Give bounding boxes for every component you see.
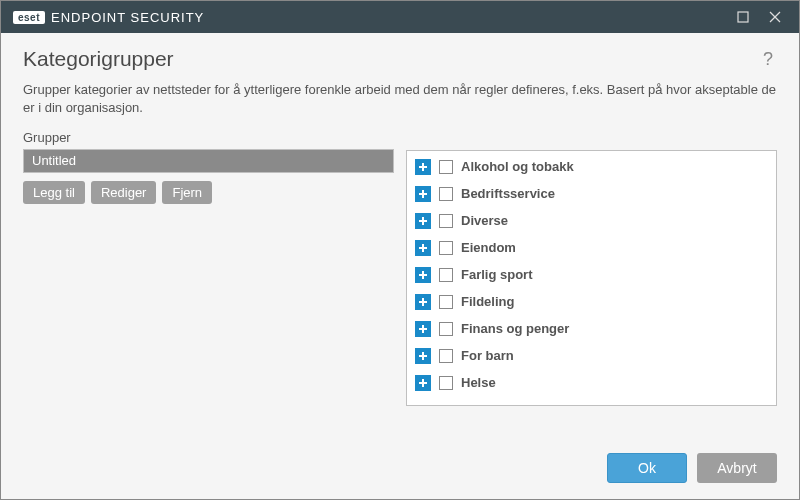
brand-logo: eset xyxy=(13,11,45,24)
category-checkbox[interactable] xyxy=(439,322,453,336)
app-window: eset ENDPOINT SECURITY Kategorigrupper ?… xyxy=(0,0,800,500)
brand: eset ENDPOINT SECURITY xyxy=(13,10,204,25)
category-label: Diverse xyxy=(461,213,508,228)
expand-icon[interactable] xyxy=(415,240,431,256)
category-row: Helse xyxy=(409,369,776,396)
edit-group-button[interactable]: Rediger xyxy=(91,181,157,204)
add-group-button[interactable]: Legg til xyxy=(23,181,85,204)
window-close-button[interactable] xyxy=(759,3,791,31)
groups-list[interactable]: Untitled xyxy=(23,149,394,173)
title-bar: eset ENDPOINT SECURITY xyxy=(1,1,799,33)
expand-icon[interactable] xyxy=(415,213,431,229)
expand-icon[interactable] xyxy=(415,159,431,175)
category-label: Fildeling xyxy=(461,294,514,309)
dialog-footer: Ok Avbryt xyxy=(1,443,799,499)
plus-icon xyxy=(418,243,428,253)
page-title: Kategorigrupper xyxy=(23,47,759,71)
expand-icon[interactable] xyxy=(415,375,431,391)
page-description: Grupper kategorier av nettsteder for å y… xyxy=(23,81,777,116)
cancel-button[interactable]: Avbryt xyxy=(697,453,777,483)
group-item[interactable]: Untitled xyxy=(24,150,393,172)
categories-column: Alkohol og tobakkBedriftsserviceDiverseE… xyxy=(406,130,777,406)
category-label: Eiendom xyxy=(461,240,516,255)
category-row: For barn xyxy=(409,342,776,369)
category-row: Diverse xyxy=(409,207,776,234)
category-checkbox[interactable] xyxy=(439,349,453,363)
plus-icon xyxy=(418,270,428,280)
ok-button[interactable]: Ok xyxy=(607,453,687,483)
plus-icon xyxy=(418,189,428,199)
close-icon xyxy=(769,11,781,23)
brand-text: ENDPOINT SECURITY xyxy=(51,10,204,25)
plus-icon xyxy=(418,324,428,334)
category-checkbox[interactable] xyxy=(439,241,453,255)
plus-icon xyxy=(418,162,428,172)
expand-icon[interactable] xyxy=(415,321,431,337)
categories-list[interactable]: Alkohol og tobakkBedriftsserviceDiverseE… xyxy=(406,150,777,406)
remove-group-button[interactable]: Fjern xyxy=(162,181,212,204)
category-row: Bedriftsservice xyxy=(409,180,776,207)
category-label: Alkohol og tobakk xyxy=(461,159,574,174)
content-area: Kategorigrupper ? Grupper kategorier av … xyxy=(1,33,799,443)
groups-label: Grupper xyxy=(23,130,394,145)
expand-icon[interactable] xyxy=(415,348,431,364)
expand-icon[interactable] xyxy=(415,186,431,202)
plus-icon xyxy=(418,216,428,226)
category-checkbox[interactable] xyxy=(439,376,453,390)
category-row: Finans og penger xyxy=(409,315,776,342)
category-checkbox[interactable] xyxy=(439,214,453,228)
category-label: Bedriftsservice xyxy=(461,186,555,201)
category-label: Farlig sport xyxy=(461,267,533,282)
help-button[interactable]: ? xyxy=(759,47,777,72)
category-label: Finans og penger xyxy=(461,321,569,336)
category-label: Helse xyxy=(461,375,496,390)
plus-icon xyxy=(418,351,428,361)
category-row: Eiendom xyxy=(409,234,776,261)
category-row: Fildeling xyxy=(409,288,776,315)
category-checkbox[interactable] xyxy=(439,268,453,282)
plus-icon xyxy=(418,297,428,307)
category-checkbox[interactable] xyxy=(439,295,453,309)
category-checkbox[interactable] xyxy=(439,160,453,174)
category-row: Alkohol og tobakk xyxy=(409,153,776,180)
window-minimize-button[interactable] xyxy=(727,3,759,31)
plus-icon xyxy=(418,378,428,388)
category-row: Farlig sport xyxy=(409,261,776,288)
minimize-icon xyxy=(737,11,749,23)
expand-icon[interactable] xyxy=(415,267,431,283)
expand-icon[interactable] xyxy=(415,294,431,310)
category-checkbox[interactable] xyxy=(439,187,453,201)
category-label: For barn xyxy=(461,348,514,363)
svg-rect-0 xyxy=(738,12,748,22)
groups-column: Grupper Untitled Legg til Rediger Fjern xyxy=(23,130,394,204)
